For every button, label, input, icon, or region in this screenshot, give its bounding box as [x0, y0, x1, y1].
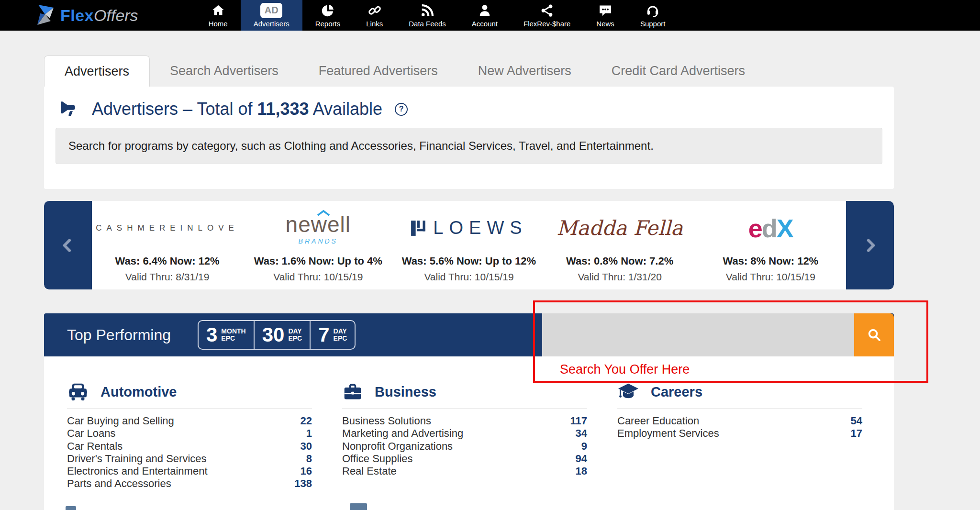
valid-thru: Valid Thru: 1/31/20	[578, 271, 662, 283]
nav-item-news[interactable]: News	[583, 0, 627, 31]
subcategory-link[interactable]: Business Solutions	[342, 415, 431, 427]
tab-advertisers[interactable]: Advertisers	[44, 55, 150, 87]
partial-category-icon	[350, 503, 367, 510]
category-careers: Careers Career Education 54 Employment S…	[617, 378, 862, 440]
valid-thru: Valid Thru: 10/15/19	[273, 271, 363, 283]
share-icon	[540, 3, 554, 18]
nav-item-flexrev-share[interactable]: FlexRev-$hare	[511, 0, 583, 31]
category-row: Real Estate 18	[342, 465, 587, 477]
divider	[67, 409, 312, 409]
carousel-item-edx[interactable]: edX Was: 8% Now: 12% Valid Thru: 10/15/1…	[695, 201, 846, 289]
subcategory-link[interactable]: Marketing and Advertising	[342, 427, 463, 440]
subcategory-link[interactable]: Parts and Accessories	[67, 477, 171, 490]
epc-3-month-button[interactable]: 3 MONTHEPC	[199, 321, 255, 349]
subcategory-count: 94	[576, 453, 587, 465]
category-header[interactable]: Careers	[617, 378, 862, 406]
nav-item-label: Reports	[315, 20, 341, 28]
category-row: Business Solutions 117	[342, 415, 587, 427]
nav-item-reports[interactable]: Reports	[302, 0, 354, 31]
nav-item-support[interactable]: Support	[627, 0, 679, 31]
tab-credit-card-advertisers[interactable]: Credit Card Advertisers	[591, 55, 765, 87]
flexoffers-logo-text: FlexOffers	[60, 6, 138, 25]
flexoffers-logo-mark	[34, 4, 56, 27]
nav-item-label: FlexRev-$hare	[523, 20, 570, 28]
subcategory-count: 8	[306, 453, 312, 465]
search-icon	[866, 327, 882, 343]
valid-thru: Valid Thru: 10/15/19	[424, 271, 513, 283]
category-row: Car Rentals 30	[67, 440, 312, 453]
category-name: Automotive	[100, 384, 177, 400]
category-row: Electronics and Entertainment 16	[67, 465, 312, 477]
pie-chart-icon	[321, 3, 335, 18]
speech-bubble-icon	[598, 3, 612, 18]
logo-flex: Flex	[60, 6, 94, 24]
subcategory-link[interactable]: Nonprofit Organizations	[342, 440, 453, 453]
subcategory-link[interactable]: Career Education	[617, 415, 699, 427]
advertiser-logo: Madda Fella	[557, 201, 683, 255]
nav-item-links[interactable]: Links	[353, 0, 396, 31]
annotation-text: Search You Offer Here	[560, 362, 690, 377]
headset-icon	[646, 3, 660, 18]
subcategory-count: 34	[576, 427, 587, 440]
nav-item-home[interactable]: Home	[196, 0, 241, 31]
category-name: Careers	[651, 384, 702, 400]
epc-30-day-button[interactable]: 30 DAYEPC	[255, 321, 311, 349]
carousel-prev-button[interactable]	[44, 201, 92, 289]
nav-items: Home AD Advertisers Reports	[196, 0, 679, 31]
epc-7-day-button[interactable]: 7 DAYEPC	[311, 321, 355, 349]
nav-item-advertisers[interactable]: AD Advertisers	[241, 0, 302, 31]
carousel-item-loews[interactable]: LOEWS Was: 5.6% Now: Up to 12% Valid Thr…	[393, 201, 544, 289]
category-name: Business	[375, 384, 436, 400]
tab-search-advertisers[interactable]: Search Advertisers	[150, 55, 299, 87]
tab-featured-advertisers[interactable]: Featured Advertisers	[299, 55, 458, 87]
commission-rate: Was: 5.6% Now: Up to 12%	[402, 255, 536, 267]
carousel-next-button[interactable]	[846, 201, 894, 289]
subcategory-link[interactable]: Electronics and Entertainment	[67, 465, 208, 477]
carousel-item-newell[interactable]: newell BRANDS Was: 1.6% Now: Up to 4% Va…	[243, 201, 393, 289]
commission-rate: Was: 0.8% Now: 7.2%	[566, 255, 673, 267]
subcategory-count: 9	[581, 440, 587, 453]
logo-offers: Offers	[94, 6, 138, 24]
carousel-item-cashmereinlove[interactable]: CASHMEREINLOVE Was: 6.4% Now: 12% Valid …	[92, 201, 243, 289]
category-automotive: Automotive Car Buying and Selling 22 Car…	[67, 378, 312, 490]
search-input[interactable]	[542, 313, 854, 356]
subcategory-link[interactable]: Car Loans	[67, 427, 116, 440]
subcategory-link[interactable]: Car Rentals	[67, 440, 122, 453]
ad-badge-icon: AD	[260, 3, 282, 18]
nav-item-account[interactable]: Account	[459, 0, 511, 31]
subcategory-link[interactable]: Driver's Training and Services	[67, 453, 207, 465]
tab-new-advertisers[interactable]: New Advertisers	[458, 55, 591, 87]
category-row: Marketing and Advertising 34	[342, 427, 587, 440]
chevron-left-icon	[60, 237, 76, 254]
subcategory-link[interactable]: Real Estate	[342, 465, 397, 477]
rss-icon	[420, 3, 434, 18]
partial-category-icon	[66, 506, 76, 510]
subcategory-link[interactable]: Employment Services	[617, 427, 719, 440]
subcategory-count: 30	[301, 440, 312, 453]
nav-item-label: Advertisers	[254, 20, 290, 28]
carousel-items: CASHMEREINLOVE Was: 6.4% Now: 12% Valid …	[92, 201, 846, 289]
subcategory-link[interactable]: Car Buying and Selling	[67, 415, 174, 427]
nav-item-label: Data Feeds	[409, 20, 446, 28]
subcategory-count: 117	[570, 415, 588, 427]
divider	[617, 409, 862, 409]
carousel-item-madda-fella[interactable]: Madda Fella Was: 0.8% Now: 7.2% Valid Th…	[545, 201, 695, 289]
flexoffers-logo[interactable]: FlexOffers	[34, 4, 138, 27]
car-icon	[67, 382, 89, 402]
category-header[interactable]: Automotive	[67, 378, 312, 406]
category-header[interactable]: Business	[342, 378, 587, 406]
nav-item-label: News	[596, 20, 614, 28]
category-row: Parts and Accessories 138	[67, 477, 312, 490]
subcategory-count: 16	[301, 465, 312, 477]
nav-item-label: Support	[640, 20, 666, 28]
subcategory-count: 54	[851, 415, 862, 427]
search-button[interactable]	[854, 313, 894, 356]
help-icon[interactable]: ?	[395, 103, 408, 116]
total-advertisers-count: 11,333	[257, 99, 309, 119]
nav-item-data-feeds[interactable]: Data Feeds	[396, 0, 459, 31]
advertiser-logo: edX	[748, 201, 793, 255]
newell-caret-icon	[316, 210, 331, 218]
loews-monogram-icon	[410, 220, 427, 237]
subcategory-count: 22	[301, 415, 312, 427]
subcategory-link[interactable]: Office Supplies	[342, 453, 413, 465]
